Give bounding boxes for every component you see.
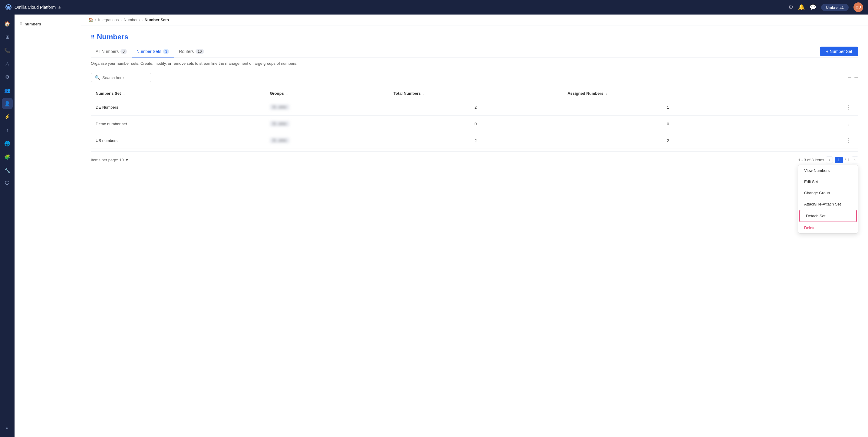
table-row: DE Numbers D…emo 2 1 ⋮ [91,99,858,116]
col-actions [773,88,858,99]
bell-icon[interactable]: 🔔 [798,4,805,10]
nav-settings-icon[interactable]: ⚙ [2,71,13,82]
breadcrumb-current: Number Sets [145,18,169,22]
sidebar-title: ⠿ numbers [14,19,81,29]
chat-icon[interactable]: 💬 [810,4,816,10]
topnav-left: Omilia Cloud Platform® [5,4,61,11]
nav-home-icon[interactable]: 🏠 [2,18,13,29]
content-inner: ⠿ Numbers All Numbers 0 Number Sets 3 Ro… [81,25,868,437]
svg-point-1 [7,6,10,8]
number-sets-table: Number's Set ↓ Groups ↓ Total Numbers ↓ [91,88,858,149]
app-logo: Omilia Cloud Platform® [5,4,61,11]
nav-shield-icon[interactable]: 🛡 [2,178,13,189]
col-assigned-sort-icon: ↓ [606,92,608,95]
nav-tool-icon[interactable]: 🔧 [2,165,13,176]
items-per-page-value: 10 [119,158,123,162]
nav-person-icon[interactable]: 👤 [2,98,13,109]
col-number-set[interactable]: Number's Set ↓ [91,88,265,99]
row-menu-button-2[interactable]: ⋮ [843,136,854,145]
context-menu-item-1[interactable]: Edit Set [798,176,858,187]
pagination-info: 1 - 3 of 3 items [798,158,824,162]
tab-all-numbers[interactable]: All Numbers 0 [91,46,132,58]
pagination-total-pages: 1 [847,158,849,162]
cell-name-1: Demo number set [91,116,265,132]
cell-assigned-1: 0 [563,116,773,132]
breadcrumb-integrations[interactable]: Integrations [98,18,119,22]
col-groups-sort-icon: ↓ [286,92,288,95]
cell-assigned-0: 1 [563,99,773,116]
cell-assigned-2: 2 [563,132,773,149]
nav-bolt-icon[interactable]: ⚡ [2,112,13,122]
drag-icon: ⠿ [19,22,22,26]
tab-number-sets-badge: 3 [163,49,169,54]
tab-routers-label: Routers [179,49,194,54]
table-row: Demo number set D…emo 0 0 ⋮ [91,116,858,132]
cell-group-0: D…emo [265,99,389,116]
cell-total-0: 2 [389,99,563,116]
top-nav: Omilia Cloud Platform® ⚙ 🔔 💬 Umbrella1 O… [0,0,868,14]
list-view-icon[interactable]: ☰ [854,75,858,81]
nav-globe-icon[interactable]: 🌐 [2,138,13,149]
row-actions-0: ⋮ [773,99,858,116]
content-area: 🏠 › Integrations › Numbers › Number Sets… [81,14,868,437]
col-assigned-numbers[interactable]: Assigned Numbers ↓ [563,88,773,99]
view-icons: ⚌ ☰ [847,75,858,81]
items-per-page[interactable]: Items per page: 10 ▼ [91,158,129,162]
col-groups[interactable]: Groups ↓ [265,88,389,99]
cell-total-1: 0 [389,116,563,132]
user-avatar[interactable]: OD [854,2,863,12]
nav-collapse-icon[interactable]: « [2,423,13,433]
context-menu: View NumbersEdit SetChange GroupAttach/R… [798,165,858,233]
breadcrumb-numbers[interactable]: Numbers [124,18,140,22]
breadcrumb: 🏠 › Integrations › Numbers › Number Sets [81,14,868,25]
col-total-numbers[interactable]: Total Numbers ↓ [389,88,563,99]
cell-group-2: D…emo [265,132,389,149]
row-actions-1: ⋮ [773,116,858,132]
row-actions-2: ⋮ [773,132,858,149]
tab-routers-badge: 16 [195,49,204,54]
nav-upload-icon[interactable]: ↑ [2,125,13,135]
nav-grid-icon[interactable]: ⊞ [2,31,13,42]
sidebar-icons: 🏠 ⊞ 📞 △ ⚙ 👥 👤 ⚡ ↑ 🌐 🧩 🔧 🛡 « [0,14,14,437]
settings-icon[interactable]: ⚙ [788,4,793,10]
table-footer: Items per page: 10 ▼ 1 - 3 of 3 items ‹ … [91,151,858,165]
add-number-set-button[interactable]: + Number Set [820,46,858,56]
search-box[interactable]: 🔍 [91,73,151,82]
tab-number-sets-label: Number Sets [136,49,161,54]
context-menu-item-3[interactable]: Attach/Re-Attach Set [798,198,858,210]
filter-icon[interactable]: ⚌ [847,75,851,81]
topnav-right: ⚙ 🔔 💬 Umbrella1 OD [788,2,863,12]
context-menu-item-2[interactable]: Change Group [798,187,858,198]
row-menu-button-0[interactable]: ⋮ [843,102,854,112]
breadcrumb-home-icon[interactable]: 🏠 [88,18,93,22]
tab-all-numbers-badge: 0 [120,49,127,54]
page-description: Organize your number sets. Create, modif… [91,61,858,66]
context-menu-item-5[interactable]: Delete [798,222,858,233]
tab-routers[interactable]: Routers 16 [174,46,209,58]
items-per-page-arrow: ▼ [125,158,129,162]
logo-text: Omilia Cloud Platform [14,5,56,10]
nav-puzzle-icon[interactable]: 🧩 [2,151,13,162]
nav-phone-icon[interactable]: 📞 [2,45,13,56]
col-number-set-sort-icon: ↓ [123,92,125,95]
search-input[interactable] [102,75,147,80]
page-title-grid-icon: ⠿ [91,34,94,40]
pagination-prev[interactable]: ‹ [826,156,833,163]
col-groups-label: Groups [270,91,284,96]
col-number-set-label: Number's Set [96,91,121,96]
cell-name-2: US numbers [91,132,265,149]
nav-users-icon[interactable]: 👥 [2,85,13,96]
row-menu-button-1[interactable]: ⋮ [843,119,854,128]
pagination-current-page[interactable]: 1 [835,157,843,163]
cell-name-0: DE Numbers [91,99,265,116]
tab-number-sets[interactable]: Number Sets 3 [132,46,174,58]
tenant-button[interactable]: Umbrella1 [821,4,849,11]
cell-group-1: D…emo [265,116,389,132]
col-assigned-numbers-label: Assigned Numbers [567,91,603,96]
pagination: 1 - 3 of 3 items ‹ 1 / 1 › [798,156,858,163]
context-menu-item-0[interactable]: View Numbers [798,165,858,176]
context-menu-item-4[interactable]: Detach Set [799,210,857,222]
pagination-next[interactable]: › [851,156,858,163]
col-total-sort-icon: ↓ [423,92,425,95]
nav-triangle-icon[interactable]: △ [2,58,13,69]
